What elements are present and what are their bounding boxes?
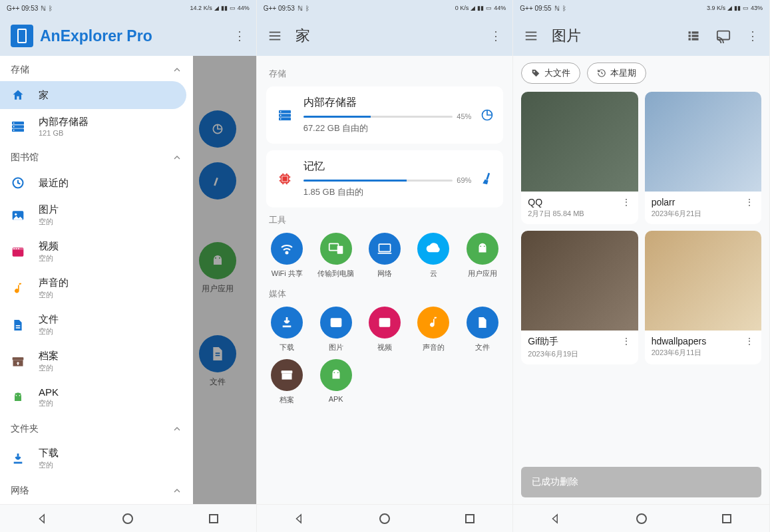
chip-history[interactable]: 本星期 <box>587 63 646 84</box>
tool-devices[interactable]: 传输到电脑 <box>315 233 357 279</box>
app-header: 图片 ⋮ <box>513 16 769 56</box>
home-button[interactable] <box>633 510 650 527</box>
more-icon[interactable]: ⋮ <box>744 197 755 207</box>
system-navbar <box>513 504 769 532</box>
svg-point-86 <box>534 71 535 72</box>
recents-button[interactable] <box>461 510 479 527</box>
home-button[interactable] <box>119 510 136 527</box>
more-icon[interactable]: ⋮ <box>234 29 246 43</box>
drawer-section-header[interactable]: 图书馆 <box>0 144 193 169</box>
android-icon <box>467 233 498 265</box>
home-button[interactable] <box>376 510 393 527</box>
tool-wifi[interactable]: WiFi 共享 <box>266 233 308 279</box>
svg-rect-18 <box>18 248 19 249</box>
drawer-item-file[interactable]: 文件空的 <box>0 307 193 343</box>
svg-rect-20 <box>16 327 20 329</box>
more-icon[interactable]: ⋮ <box>621 336 632 346</box>
drawer-item-sub: 空的 <box>39 327 182 336</box>
recents-button[interactable] <box>718 510 735 527</box>
tool-cloud[interactable]: 云 <box>413 233 455 279</box>
chip-tag[interactable]: 大文件 <box>521 63 580 84</box>
photo-card[interactable]: Gif助手2023年6月19日 ⋮ <box>521 231 638 364</box>
back-button[interactable] <box>34 510 51 527</box>
svg-rect-84 <box>691 38 698 40</box>
back-button[interactable] <box>291 510 308 527</box>
photo-card[interactable]: polarr2023年6月21日 ⋮ <box>645 92 761 224</box>
bluetooth-icon: ᛒ <box>305 5 309 12</box>
tool-label: 图片 <box>329 342 343 352</box>
drawer-item-title: 档案 <box>39 350 182 362</box>
tool-label: 用户应用 <box>468 269 497 279</box>
tool-audio[interactable]: 声音的 <box>413 307 455 352</box>
tool-file[interactable]: 文件 <box>461 307 503 352</box>
more-icon[interactable]: ⋮ <box>747 29 759 43</box>
drawer-item-title: APK <box>39 386 182 398</box>
menu-icon[interactable] <box>268 29 282 43</box>
tool-archive[interactable]: 档案 <box>266 359 308 405</box>
drawer-item-home[interactable]: 家 <box>0 81 186 109</box>
drawer-item-apk[interactable]: APK空的 <box>0 380 193 415</box>
status-battery: 44% <box>494 5 506 11</box>
drawer-item-audio[interactable]: 声音的空的 <box>0 270 193 307</box>
drawer-item-image[interactable]: 图片空的 <box>0 197 193 233</box>
section-tools-label: 工具 <box>269 214 504 226</box>
memory-icon <box>276 170 294 188</box>
clean-icon[interactable] <box>481 172 494 186</box>
tool-download[interactable]: 下载 <box>266 307 308 352</box>
svg-rect-75 <box>466 515 474 523</box>
svg-point-72 <box>333 372 335 373</box>
drawer-item-archive[interactable]: 档案空的 <box>0 343 193 380</box>
chip-label: 本星期 <box>610 67 636 79</box>
storage-icon <box>276 106 294 124</box>
recents-button[interactable] <box>205 510 222 527</box>
storage-card[interactable]: 内部存储器 45% 67.22 GB 自由的 <box>266 86 504 144</box>
drawer-item-download[interactable]: 下载空的 <box>0 440 193 477</box>
app-header: AnExplorer Pro ⋮ <box>0 16 256 56</box>
svg-rect-55 <box>337 246 343 254</box>
drawer-item-video[interactable]: 视频空的 <box>0 233 193 270</box>
tool-android[interactable]: 用户应用 <box>461 233 503 279</box>
back-button[interactable] <box>547 510 564 527</box>
more-icon[interactable]: ⋮ <box>490 29 502 43</box>
more-icon[interactable]: ⋮ <box>744 336 755 346</box>
more-icon[interactable]: ⋮ <box>621 197 632 207</box>
system-navbar <box>257 504 513 532</box>
drawer-item-title: 家 <box>39 89 176 102</box>
nfc-icon: ℕ <box>41 5 46 12</box>
drawer-item-storage[interactable]: 内部存储器121 GB <box>0 109 193 144</box>
navigation-drawer[interactable]: 存储 家 内部存储器121 GB 图书馆 最近的 图片空的 视频空的 声音的空的… <box>0 56 193 504</box>
svg-rect-44 <box>283 177 287 181</box>
chart-icon[interactable] <box>481 108 494 122</box>
svg-point-41 <box>280 118 281 120</box>
svg-rect-27 <box>14 462 23 464</box>
photo-sub: 2023年6月11日 <box>652 348 744 358</box>
drawer-section-header[interactable]: 网络 <box>0 477 193 502</box>
tool-laptop[interactable]: 网络 <box>363 233 405 279</box>
svg-rect-19 <box>16 325 20 327</box>
tool-label: 档案 <box>280 395 294 405</box>
menu-icon[interactable] <box>524 29 538 43</box>
drawer-section-header[interactable]: 文件夹 <box>0 415 193 440</box>
file-icon <box>11 318 25 332</box>
app-logo-icon <box>11 25 33 47</box>
bluetooth-icon: ᛒ <box>49 5 53 12</box>
chip-label: 大文件 <box>544 67 570 79</box>
svg-rect-79 <box>688 31 690 33</box>
drawer-section-header[interactable]: 存储 <box>0 56 193 81</box>
svg-rect-32 <box>210 515 218 523</box>
view-list-icon[interactable] <box>687 29 700 43</box>
tool-android[interactable]: APK <box>315 359 357 405</box>
drawer-item-sub: 121 GB <box>39 129 182 137</box>
storage-card[interactable]: 记忆 69% 1.85 GB 自由的 <box>266 150 504 207</box>
photo-card[interactable]: hdwallpapers2023年6月11日 ⋮ <box>645 231 761 364</box>
tool-image[interactable]: 图片 <box>315 307 357 352</box>
svg-point-39 <box>280 111 281 112</box>
photo-card[interactable]: QQ2月7日 85.84 MB ⋮ <box>521 92 638 224</box>
drawer-item-recent[interactable]: 最近的 <box>0 169 193 197</box>
drawer-item-lan[interactable]: 连接 <box>0 502 193 504</box>
tool-video[interactable]: 视频 <box>363 307 405 352</box>
cast-icon[interactable] <box>716 29 731 43</box>
devices-icon <box>320 233 352 265</box>
apk-icon <box>11 390 25 405</box>
screenshot-1: G++ 09:53 ℕ ᛒ 14.2 K/s ◢ ▮▮ ▭ 44% AnExpl… <box>0 0 257 532</box>
